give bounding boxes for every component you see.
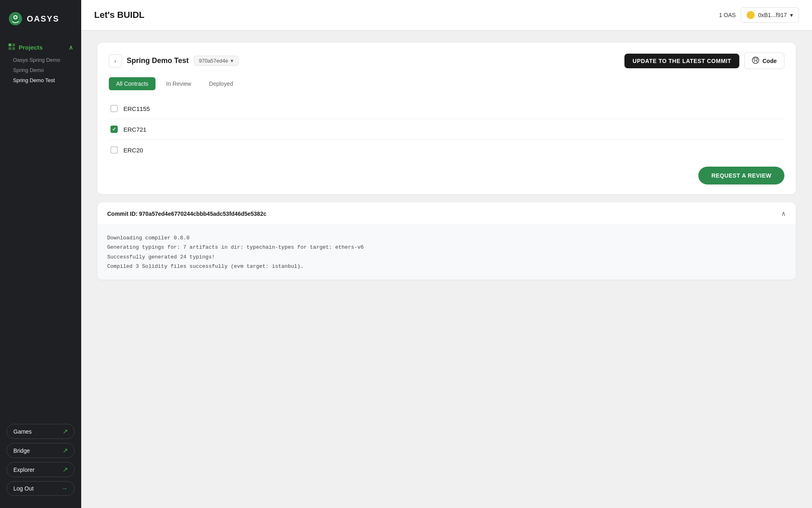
wallet-chevron-icon: ▾	[790, 12, 793, 18]
contract-checkbox-erc721[interactable]	[110, 126, 118, 133]
log-line-0: Downloading compiler 0.8.0	[107, 233, 786, 243]
logout-label: Log Out	[13, 485, 34, 492]
logout-button[interactable]: Log Out →	[6, 481, 75, 496]
project-item-2[interactable]: Spring Demo Test	[8, 75, 73, 85]
oasys-logo-icon	[8, 11, 23, 26]
logo-text: OASYS	[27, 14, 59, 24]
log-line-3: Compiled 3 Solidity files successfully (…	[107, 262, 786, 271]
commit-dropdown-chevron-icon: ▾	[231, 58, 233, 64]
commit-short-hash: 970a57ed4e	[199, 58, 228, 64]
github-icon	[752, 56, 759, 65]
commit-dropdown[interactable]: 970a57ed4e ▾	[194, 56, 239, 66]
contract-item-erc20: ERC20	[109, 140, 784, 160]
oas-balance: 1 OAS	[719, 12, 736, 18]
tab-deployed[interactable]: Deployed	[202, 77, 240, 90]
review-btn-container: REQUEST A REVIEW	[109, 160, 784, 185]
card-header-right: UPDATE TO THE LATEST COMMIT Code	[624, 52, 784, 69]
collapse-icon: ∧	[781, 210, 786, 217]
card-header-left: ‹ Spring Demo Test 970a57ed4e ▾	[109, 54, 239, 67]
commit-log: Downloading compiler 0.8.0 Generating ty…	[97, 225, 796, 280]
commit-id-label: Commit ID: 970a57ed4e6770244cbbb45adc53f…	[107, 211, 266, 217]
contract-item-erc721: ERC721	[109, 119, 784, 140]
contract-checkbox-erc20[interactable]	[110, 146, 118, 154]
filter-tabs: All Contracts In Review Deployed	[109, 77, 784, 90]
bridge-link-label: Bridge	[13, 447, 30, 454]
projects-label: Projects	[19, 44, 43, 51]
code-button[interactable]: Code	[744, 52, 784, 69]
tab-in-review[interactable]: In Review	[159, 77, 198, 90]
contract-name-erc721: ERC721	[123, 126, 147, 133]
projects-collapse-icon: ∧	[69, 44, 73, 51]
header-right: 1 OAS 0xB1...f917 ▾	[719, 7, 799, 23]
projects-section: Projects ∧ Oasys Spring Demo Spring Demo…	[0, 40, 81, 89]
project-card-header: ‹ Spring Demo Test 970a57ed4e ▾ UPDATE T…	[109, 52, 784, 69]
bridge-link-button[interactable]: Bridge ↗	[6, 443, 75, 458]
games-external-icon: ↗	[63, 428, 68, 435]
games-link-button[interactable]: Games ↗	[6, 424, 75, 439]
wallet-address: 0xB1...f917	[758, 12, 787, 18]
wallet-button[interactable]: 0xB1...f917 ▾	[741, 7, 799, 23]
games-link-label: Games	[13, 428, 32, 435]
request-review-button[interactable]: REQUEST A REVIEW	[698, 167, 784, 185]
header: Let's BUIDL 1 OAS 0xB1...f917 ▾	[81, 0, 812, 30]
main-area: Let's BUIDL 1 OAS 0xB1...f917 ▾ ‹ Spring…	[81, 0, 812, 508]
contract-list: ERC1155 ERC721 ERC20	[109, 98, 784, 160]
svg-rect-4	[9, 43, 11, 46]
commit-card-header[interactable]: Commit ID: 970a57ed4e6770244cbbb45adc53f…	[97, 202, 796, 225]
log-line-1: Generating typings for: 7 artifacts in d…	[107, 243, 786, 252]
sidebar-nav: Projects ∧ Oasys Spring Demo Spring Demo…	[0, 36, 81, 416]
contract-name-erc20: ERC20	[123, 147, 143, 154]
explorer-link-button[interactable]: Explorer ↗	[6, 462, 75, 477]
svg-rect-6	[9, 47, 11, 50]
project-item-1[interactable]: Spring Demo	[8, 65, 73, 75]
svg-rect-7	[12, 47, 15, 50]
logout-icon: →	[61, 485, 68, 492]
project-card: ‹ Spring Demo Test 970a57ed4e ▾ UPDATE T…	[97, 43, 796, 194]
content-area: ‹ Spring Demo Test 970a57ed4e ▾ UPDATE T…	[81, 30, 812, 508]
code-btn-label: Code	[762, 58, 777, 64]
contract-checkbox-erc1155[interactable]	[110, 105, 118, 112]
projects-section-header[interactable]: Projects ∧	[8, 43, 73, 52]
project-title: Spring Demo Test	[127, 56, 189, 65]
logo-area: OASYS	[0, 0, 81, 36]
projects-section-icon	[8, 43, 15, 52]
log-line-2: Successfully generated 24 typings!	[107, 252, 786, 262]
svg-point-3	[14, 16, 16, 18]
project-sub-items: Oasys Spring Demo Spring Demo Spring Dem…	[8, 55, 73, 85]
page-title: Let's BUIDL	[94, 10, 145, 20]
sidebar: OASYS Projects ∧ Oasys Spring Demo Sprin…	[0, 0, 81, 508]
explorer-link-label: Explorer	[13, 467, 35, 473]
wallet-avatar	[747, 11, 755, 19]
back-arrow-icon: ‹	[114, 58, 117, 64]
tab-all-contracts[interactable]: All Contracts	[109, 77, 155, 90]
update-commit-button[interactable]: UPDATE TO THE LATEST COMMIT	[624, 54, 739, 68]
contract-name-erc1155: ERC1155	[123, 105, 150, 112]
sidebar-bottom: Games ↗ Bridge ↗ Explorer ↗ Log Out →	[0, 416, 81, 508]
project-item-0[interactable]: Oasys Spring Demo	[8, 55, 73, 65]
svg-rect-5	[12, 43, 15, 46]
back-button[interactable]: ‹	[109, 54, 122, 67]
bridge-external-icon: ↗	[63, 447, 68, 454]
contract-item-erc1155: ERC1155	[109, 98, 784, 119]
explorer-external-icon: ↗	[63, 466, 68, 473]
commit-card: Commit ID: 970a57ed4e6770244cbbb45adc53f…	[97, 202, 796, 280]
